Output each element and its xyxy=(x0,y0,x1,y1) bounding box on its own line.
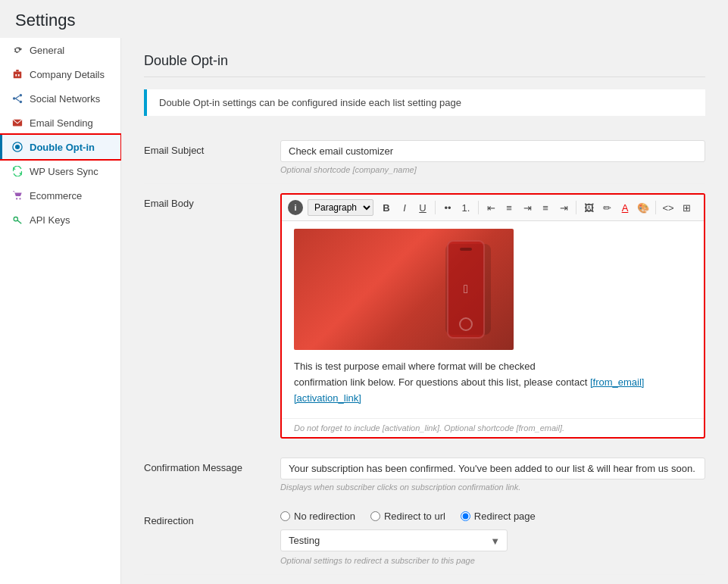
svg-point-14 xyxy=(14,217,17,221)
page-select[interactable]: Testing xyxy=(280,529,508,551)
indent-button[interactable]: ⇥ xyxy=(555,199,572,216)
paragraph-select[interactable]: Paragraph xyxy=(308,199,373,216)
page-select-wrapper: Testing ▼ xyxy=(280,529,508,551)
share-icon xyxy=(11,92,23,105)
svg-point-5 xyxy=(20,101,23,104)
unordered-list-button[interactable]: •• xyxy=(439,199,456,216)
circle-dot-icon xyxy=(11,141,23,153)
paint-button[interactable]: ✏ xyxy=(598,199,615,216)
redirect-url-option[interactable]: Redirect to url xyxy=(370,511,445,522)
svg-point-12 xyxy=(16,198,17,199)
cart-icon xyxy=(11,189,23,201)
email-subject-label: Email Subject xyxy=(144,140,280,156)
confirmation-message-label: Confirmation Message xyxy=(144,458,280,473)
divider-3 xyxy=(576,201,576,214)
confirmation-hint: Displays when subscriber clicks on subsc… xyxy=(280,483,705,492)
section-title: Double Opt-in xyxy=(144,53,705,77)
divider-4 xyxy=(655,201,656,214)
from-email-link[interactable]: [from_email] xyxy=(590,376,645,388)
sidebar-item-label-general: General xyxy=(30,45,64,56)
key-icon xyxy=(11,214,23,226)
svg-line-15 xyxy=(17,220,21,223)
sidebar-item-label-api-keys: API Keys xyxy=(30,214,70,226)
image-button[interactable]: 🖼 xyxy=(580,199,597,216)
email-subject-hint: Optional shortcode [company_name] xyxy=(280,165,705,174)
gear-icon xyxy=(11,44,23,56)
sidebar-item-label-wp-users: WP Users Sync xyxy=(30,166,98,177)
redirect-page-option[interactable]: Redirect page xyxy=(461,511,536,522)
svg-line-8 xyxy=(15,98,19,101)
svg-rect-0 xyxy=(14,72,22,79)
editor-text-line1: This is test purpose email where format … xyxy=(294,359,692,375)
ordered-list-button[interactable]: 1. xyxy=(458,199,474,216)
email-subject-input[interactable] xyxy=(280,140,705,162)
page-select-hint: Optional settings to redirect a subscrib… xyxy=(280,556,705,565)
svg-point-4 xyxy=(20,94,23,97)
sidebar-item-label-ecommerce: Ecommerce xyxy=(30,190,82,201)
sidebar-item-label-email: Email Sending xyxy=(30,117,93,129)
email-body-field: i Paragraph B I U •• 1. ⇤ xyxy=(280,193,705,439)
align-justify-button[interactable]: ≡ xyxy=(537,199,554,216)
svg-point-13 xyxy=(19,198,20,199)
source-button[interactable]: <> xyxy=(660,199,676,216)
email-body-row: Email Body i Paragraph B I U xyxy=(144,184,705,448)
email-subject-row: Email Subject Optional shortcode [compan… xyxy=(144,131,705,184)
sidebar-item-label-company: Company Details xyxy=(30,69,105,80)
editor-product-image:  xyxy=(294,229,514,350)
align-left-button[interactable]: ⇤ xyxy=(483,199,499,216)
editor-footer: Do not forget to include [activation_lin… xyxy=(282,418,704,437)
sidebar: General Company Details Social Networks … xyxy=(0,38,121,584)
underline-button[interactable]: U xyxy=(414,199,431,216)
redirect-page-radio[interactable] xyxy=(461,511,470,521)
editor-body[interactable]:  This is test purpose email where forma… xyxy=(282,221,704,418)
align-center-button[interactable]: ≡ xyxy=(501,199,517,216)
redirection-label: Redirection xyxy=(144,511,280,526)
redirect-url-label: Redirect to url xyxy=(384,511,445,522)
layout: General Company Details Social Networks … xyxy=(0,38,728,584)
editor-toolbar: i Paragraph B I U •• 1. ⇤ xyxy=(282,195,704,221)
sidebar-item-label-double-opt-in: Double Opt-in xyxy=(30,142,95,153)
activation-link[interactable]: [activation_link] xyxy=(294,392,361,404)
redirection-field: No redirection Redirect to url Redirect … xyxy=(280,511,705,565)
toolbar-info-button[interactable]: i xyxy=(288,200,303,215)
divider-2 xyxy=(478,201,479,214)
sidebar-item-social-networks[interactable]: Social Networks xyxy=(0,86,120,111)
redirect-page-label: Redirect page xyxy=(474,511,536,522)
sidebar-item-api-keys[interactable]: API Keys xyxy=(0,208,120,232)
align-right-button[interactable]: ⇥ xyxy=(519,199,536,216)
italic-button[interactable]: I xyxy=(396,199,413,216)
no-redirect-radio[interactable] xyxy=(280,511,290,521)
no-redirect-label: No redirection xyxy=(294,511,355,522)
bg-color-button[interactable]: 🎨 xyxy=(635,199,651,216)
sidebar-item-general[interactable]: General xyxy=(0,38,120,62)
envelope-icon xyxy=(11,117,23,129)
confirmation-message-row: Confirmation Message Displays when subsc… xyxy=(144,448,705,501)
no-redirect-option[interactable]: No redirection xyxy=(280,511,355,522)
page-wrapper: Settings General Company Details Soc xyxy=(0,0,728,584)
svg-rect-1 xyxy=(16,70,19,72)
font-color-button[interactable]: A xyxy=(617,199,633,216)
svg-rect-2 xyxy=(15,74,17,77)
page-title: Settings xyxy=(0,0,728,38)
building-icon xyxy=(11,68,23,80)
sidebar-item-label-social: Social Networks xyxy=(30,93,100,105)
bold-button[interactable]: B xyxy=(378,199,395,216)
sidebar-item-double-opt-in[interactable]: Double Opt-in xyxy=(0,135,120,159)
sync-icon xyxy=(11,165,23,177)
info-box: Double Opt-in settings can be configured… xyxy=(144,89,705,116)
redirection-row: Redirection No redirection Redirect to u… xyxy=(144,501,705,575)
divider-1 xyxy=(435,201,436,214)
svg-point-6 xyxy=(13,97,16,100)
sidebar-item-wp-users-sync[interactable]: WP Users Sync xyxy=(0,159,120,183)
svg-rect-3 xyxy=(18,74,20,77)
email-body-label: Email Body xyxy=(144,193,280,209)
redirect-url-radio[interactable] xyxy=(370,511,380,521)
confirmation-message-input[interactable] xyxy=(280,458,705,479)
editor-image-wrapper:  xyxy=(294,229,692,350)
main-content: Double Opt-in Double Opt-in settings can… xyxy=(121,38,728,584)
sidebar-item-email-sending[interactable]: Email Sending xyxy=(0,111,120,135)
sidebar-item-ecommerce[interactable]: Ecommerce xyxy=(0,183,120,208)
table-button[interactable]: ⊞ xyxy=(678,199,695,216)
sidebar-item-company-details[interactable]: Company Details xyxy=(0,62,120,86)
email-subject-field: Optional shortcode [company_name] xyxy=(280,140,705,174)
